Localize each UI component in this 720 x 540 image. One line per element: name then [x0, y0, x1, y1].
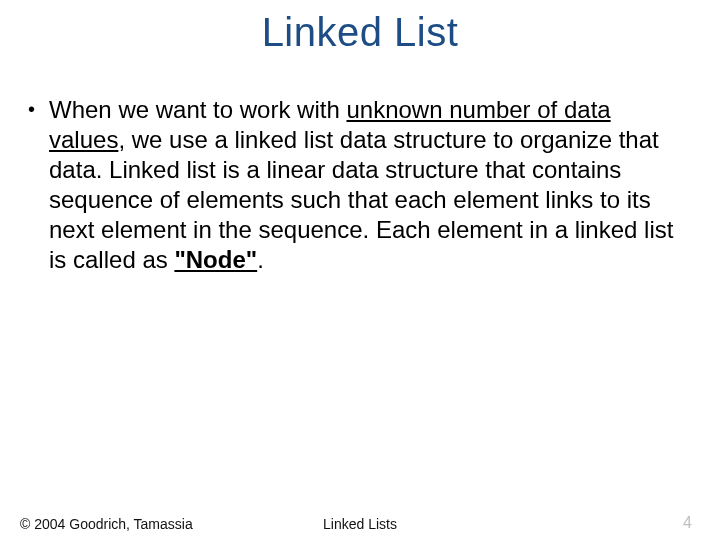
text-fragment: . — [257, 246, 264, 273]
text-fragment: , we use a linked list data structure to… — [49, 126, 673, 273]
bullet-text: When we want to work with unknown number… — [49, 95, 692, 275]
page-number: 4 — [683, 514, 692, 532]
text-fragment: When we want to work with — [49, 96, 346, 123]
slide-body: • When we want to work with unknown numb… — [28, 95, 692, 275]
slide-footer: © 2004 Goodrich, Tamassia Linked Lists 4 — [0, 508, 720, 532]
bullet-item: • When we want to work with unknown numb… — [28, 95, 692, 275]
bullet-dot: • — [28, 97, 35, 122]
slide: Linked List • When we want to work with … — [0, 10, 720, 540]
slide-title: Linked List — [0, 10, 720, 55]
footer-center-text: Linked Lists — [0, 516, 720, 532]
bold-underlined-text: "Node" — [174, 246, 257, 273]
